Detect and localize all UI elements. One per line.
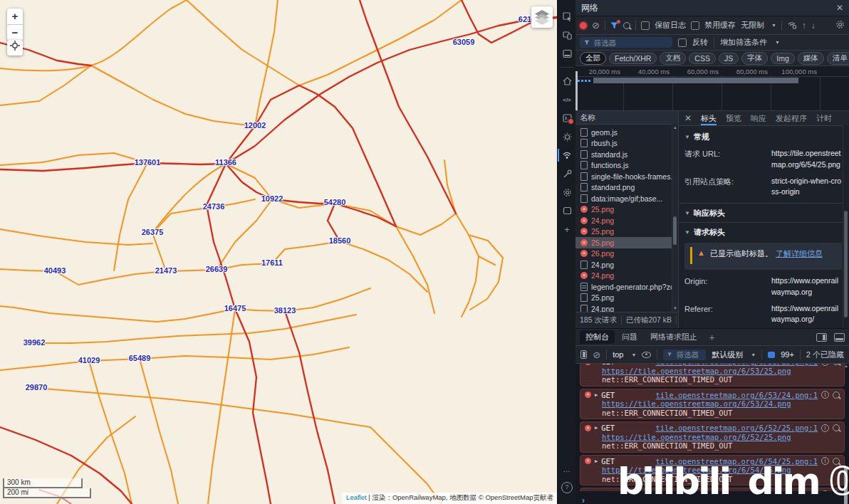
details-tab-5[interactable]: 计时 <box>816 111 832 125</box>
request-row[interactable]: ×25.png <box>575 226 678 238</box>
zoom-out-button[interactable]: − <box>7 25 23 41</box>
search-similar-icon[interactable] <box>833 424 840 431</box>
add-tools-icon[interactable]: + <box>558 220 576 238</box>
filter-toggle-button[interactable] <box>610 22 618 29</box>
more-options-icon[interactable]: … <box>558 460 576 478</box>
export-har-button[interactable]: ↓ <box>811 21 816 31</box>
tools-icon[interactable] <box>558 164 576 183</box>
request-row[interactable]: 25.png <box>575 293 678 304</box>
welcome-home-icon[interactable] <box>558 72 576 90</box>
general-section-header[interactable]: ▼ 常规 <box>684 129 842 145</box>
inspect-icon[interactable] <box>558 7 576 26</box>
request-row[interactable]: ×24.png <box>575 215 678 226</box>
execution-context-select[interactable]: top <box>613 350 623 359</box>
info-icon[interactable]: i <box>821 424 829 432</box>
throttling-select[interactable]: 无限制 <box>741 20 764 31</box>
locate-button[interactable] <box>7 40 23 56</box>
dock-panel-icon[interactable] <box>558 44 576 63</box>
clear-console-button[interactable]: ⊘ <box>593 350 600 359</box>
request-row[interactable]: standard.js <box>575 149 678 160</box>
request-url-link[interactable]: https://tile.openstreetmap.org/6/53/24.p… <box>602 399 791 408</box>
request-row[interactable]: geom.js <box>575 127 678 138</box>
expand-triangle-icon[interactable]: ▶ <box>595 391 598 400</box>
scroll-up-arrow[interactable]: ▲ <box>672 125 678 130</box>
dock-bottom-icon[interactable] <box>834 333 845 342</box>
console-panel-icon[interactable] <box>558 109 576 127</box>
console-sidebar-toggle[interactable] <box>580 350 587 359</box>
drawer-tab-1[interactable]: 控制台 <box>580 330 615 344</box>
dock-right-icon[interactable] <box>816 333 827 342</box>
info-icon[interactable]: i <box>821 364 829 366</box>
details-tab-4[interactable]: 发起程序 <box>776 111 807 125</box>
import-har-button[interactable]: ↑ <box>802 21 806 31</box>
filter-chip-CSS[interactable]: CSS <box>689 53 716 64</box>
request-row[interactable]: ×26.png <box>575 248 678 260</box>
hidden-messages-label[interactable]: 2 个已隐藏 <box>806 350 844 360</box>
expand-triangle-icon[interactable]: ▶ <box>595 424 598 433</box>
response-headers-section-header[interactable]: ▼ 响应标头 <box>684 205 842 221</box>
details-scrollbar[interactable] <box>843 125 849 328</box>
issues-count[interactable]: 99+ <box>781 350 794 359</box>
disable-cache-checkbox[interactable] <box>691 21 699 30</box>
record-network-log-button[interactable] <box>580 22 587 29</box>
network-filter-input[interactable] <box>593 38 668 48</box>
network-overview-timeline[interactable]: 20,000 ms40,000 ms60,000 ms80,000 ms100,… <box>575 66 849 111</box>
filter-chip-文档[interactable]: 文档 <box>660 52 686 65</box>
request-row[interactable]: ×25.png <box>575 237 678 248</box>
elements-icon[interactable]: </> <box>558 90 576 109</box>
request-row[interactable]: data:image/gif;base... <box>575 193 678 204</box>
add-drawer-tab-button[interactable]: ＋ <box>707 331 717 344</box>
filter-chip-全部[interactable]: 全部 <box>580 52 606 65</box>
filter-chip-Img[interactable]: Img <box>771 53 795 64</box>
scroll-down-arrow[interactable]: ▼ <box>672 306 678 310</box>
request-url-link[interactable]: https://tile.openstreetmap.org/6/53/25.p… <box>602 367 791 375</box>
request-row[interactable]: ×25.png <box>575 204 678 216</box>
scrollbar-thumb[interactable] <box>673 216 677 245</box>
scrollbar-thumb[interactable] <box>844 211 848 317</box>
request-row[interactable]: 24.png <box>575 259 678 271</box>
expand-triangle-icon[interactable]: ▶ <box>595 457 598 466</box>
performance-icon[interactable] <box>558 127 576 146</box>
network-conditions-button[interactable] <box>787 21 797 31</box>
details-tab-3[interactable]: 响应 <box>751 111 766 125</box>
drawer-tab-2[interactable]: 问题 <box>616 330 643 344</box>
source-location-link[interactable]: tile.openstreetmap.org/6/52/25.png:1 <box>655 424 818 433</box>
info-icon[interactable]: i <box>821 391 829 399</box>
source-location-link[interactable]: tile.openstreetmap.org/6/53/24.png:1 <box>655 391 818 400</box>
request-row[interactable]: rbush.js <box>575 138 678 149</box>
settings-gear-icon[interactable] <box>558 183 576 201</box>
search-network-button[interactable] <box>623 22 630 29</box>
learn-more-link[interactable]: 了解详细信息 <box>776 249 823 258</box>
live-expression-icon[interactable] <box>642 352 651 358</box>
search-similar-icon[interactable] <box>833 392 840 399</box>
request-url-link[interactable]: https://tile.openstreetmap.org/6/52/25.p… <box>602 433 791 441</box>
request-headers-section-header[interactable]: ▼ 请求标头 <box>684 224 842 240</box>
close-devtools-button[interactable]: ✕ <box>836 3 843 13</box>
expand-triangle-icon[interactable]: ▶ <box>595 364 598 367</box>
device-emulation-icon[interactable] <box>558 26 576 44</box>
invert-filter-checkbox[interactable] <box>678 38 687 47</box>
drawer-tab-3[interactable]: 网络请求阻止 <box>645 330 703 344</box>
filter-chip-JS[interactable]: JS <box>719 53 739 64</box>
requests-scrollbar[interactable]: ▲ ▼ <box>672 124 678 312</box>
request-row[interactable]: single-file-hooks-frames.js <box>575 171 678 182</box>
overview-scroll-strip[interactable] <box>575 71 578 110</box>
scroll-up-arrow[interactable]: ▲ <box>843 364 849 368</box>
filter-chip-清单[interactable]: 清单 <box>827 52 849 65</box>
leaflet-link[interactable]: Leaflet <box>346 493 367 501</box>
request-row[interactable]: standard.png <box>575 182 678 194</box>
request-row[interactable]: 24.png <box>575 303 678 312</box>
layers-button[interactable] <box>531 6 553 28</box>
details-tab-2[interactable]: 预览 <box>726 111 741 125</box>
panel-layout-icon[interactable] <box>558 201 576 220</box>
log-level-select[interactable]: 默认级别 <box>712 350 743 360</box>
map-canvas[interactable]: 6216305912002137601113661092254280247362… <box>0 0 557 504</box>
close-details-button[interactable]: ✕ <box>684 113 692 123</box>
filter-chip-媒体[interactable]: 媒体 <box>798 52 824 65</box>
help-icon[interactable]: ? <box>558 478 576 497</box>
more-filters-dropdown[interactable]: 增加筛选条件 <box>720 37 767 48</box>
network-settings-button[interactable] <box>835 20 845 31</box>
clear-network-log-button[interactable]: ⊘ <box>592 21 600 30</box>
network-icon[interactable] <box>558 146 576 164</box>
preserve-log-checkbox[interactable] <box>641 21 650 30</box>
